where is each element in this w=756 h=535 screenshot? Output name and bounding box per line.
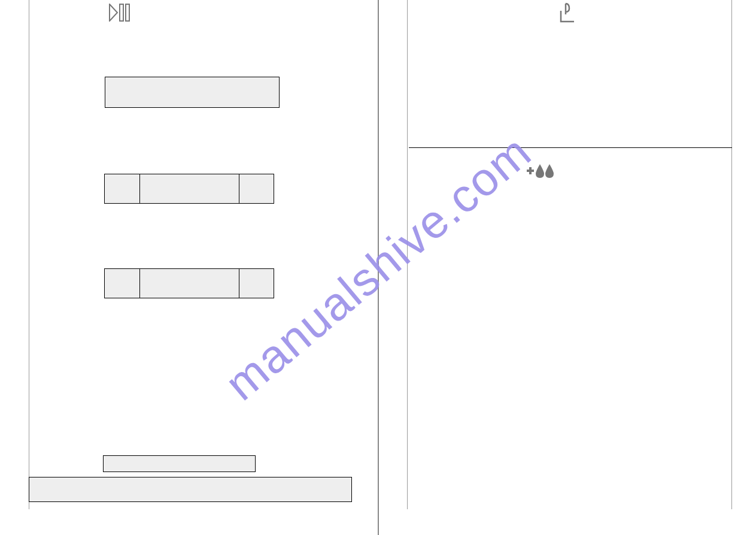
left-vertical-rule [29,0,29,509]
box2-seg1 [139,174,140,203]
box3-seg1 [139,269,140,298]
right-vertical-rule [731,0,732,509]
right-panel [378,0,757,535]
play-pause-icon [109,4,132,24]
display-box-bottom-small [103,455,256,472]
left-panel [0,0,378,535]
power-icon [558,2,576,25]
display-box-3 [104,268,274,298]
display-box-bottom-wide [29,477,352,502]
box3-seg2 [239,269,239,298]
svg-rect-1 [126,4,129,21]
water-drops-icon [526,162,555,182]
svg-rect-0 [120,4,123,21]
display-box-1 [105,77,280,108]
display-box-2 [104,174,274,204]
box2-seg2 [239,174,239,203]
right-divider [409,147,733,148]
center-vertical-rule [407,0,408,509]
